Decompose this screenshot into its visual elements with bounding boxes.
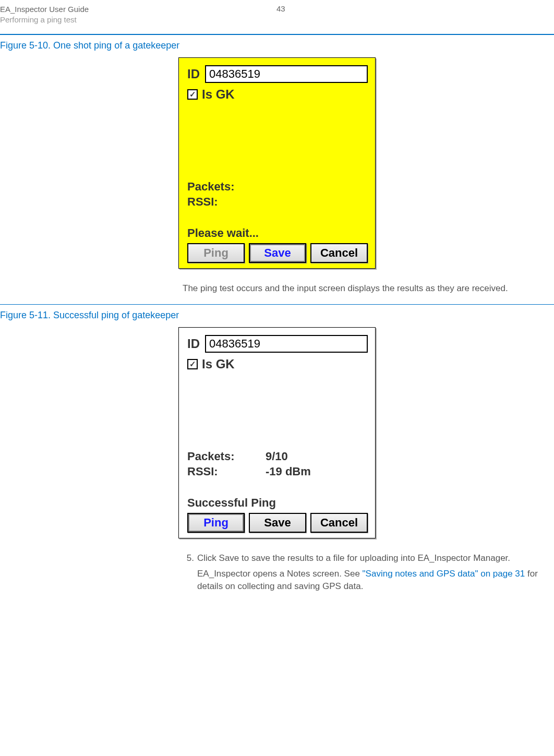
figure-5-11: ID ✓ Is GK Packets: 9/10 RSSI: -19 dBm S… (0, 327, 554, 538)
packets-label: Packets: (187, 449, 266, 464)
packets-label: Packets: (187, 179, 266, 195)
figure-caption-5-11: Figure 5-11. Successful ping of gatekeep… (0, 310, 554, 321)
step-text-post: to save the results to a file for upload… (239, 553, 510, 563)
save-button[interactable]: Save (249, 243, 306, 263)
id-label: ID (187, 337, 200, 351)
is-gk-label: Is GK (202, 357, 235, 371)
rssi-label: RSSI: (187, 194, 266, 210)
cancel-button[interactable]: Cancel (310, 243, 368, 263)
id-label: ID (187, 67, 200, 81)
figure-caption-5-10: Figure 5-10. One shot ping of a gatekeep… (0, 40, 554, 51)
paragraph: The ping test occurs and the input scree… (183, 282, 544, 295)
step-5: 5. Click Save to save the results to a f… (183, 552, 544, 592)
id-input[interactable] (205, 335, 368, 353)
status-text: Please wait... (187, 226, 368, 240)
step-text-strong: Save (219, 553, 239, 563)
cancel-button[interactable]: Cancel (310, 513, 368, 533)
is-gk-label: Is GK (202, 87, 235, 102)
packets-value: 9/10 (266, 449, 288, 464)
is-gk-checkbox[interactable]: ✓ (187, 89, 198, 100)
cross-reference-link[interactable]: "Saving notes and GPS data" on page 31 (363, 569, 525, 579)
device-screen-pending: ID ✓ Is GK Packets: RSSI: Please wait...… (178, 57, 376, 269)
divider (0, 34, 554, 35)
rssi-label: RSSI: (187, 464, 266, 479)
step-number: 5. (183, 552, 194, 565)
divider (0, 304, 554, 305)
doc-title: EA_Inspector User Guide (0, 4, 89, 15)
status-text: Successful Ping (187, 496, 368, 510)
doc-section: Performing a ping test (0, 15, 89, 25)
ping-button[interactable]: Ping (187, 243, 245, 263)
page-header: EA_Inspector User Guide Performing a pin… (0, 0, 554, 31)
id-input[interactable] (205, 65, 368, 83)
step-text-pre: Click (197, 553, 219, 563)
device-screen-success: ID ✓ Is GK Packets: 9/10 RSSI: -19 dBm S… (178, 327, 376, 538)
ping-button[interactable]: Ping (187, 513, 245, 533)
is-gk-checkbox[interactable]: ✓ (187, 359, 198, 369)
figure-5-10: ID ✓ Is GK Packets: RSSI: Please wait...… (0, 57, 554, 269)
save-button[interactable]: Save (249, 513, 306, 533)
rssi-value: -19 dBm (266, 464, 311, 479)
step-followup-pre: EA_Inspector opens a Notes screen. See (197, 569, 363, 579)
page-number: 43 (276, 4, 285, 13)
